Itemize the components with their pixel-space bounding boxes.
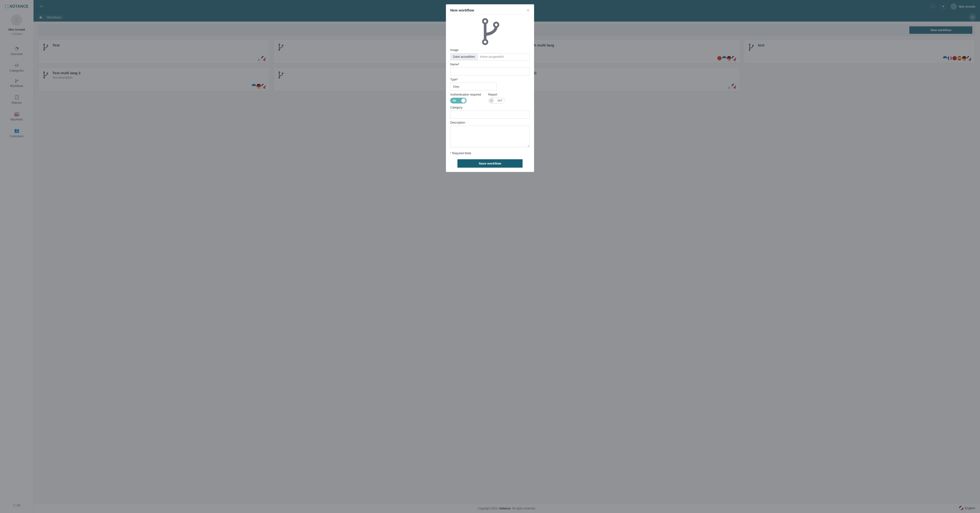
report-toggle[interactable]: OFF bbox=[488, 98, 504, 104]
category-input[interactable] bbox=[450, 111, 530, 119]
category-label: Category bbox=[450, 106, 530, 109]
name-label: Name* bbox=[450, 63, 530, 66]
modal-title: New workflow bbox=[450, 8, 474, 12]
close-icon bbox=[527, 9, 530, 12]
new-workflow-modal: New workflow Image Datei auswählen Keine… bbox=[446, 4, 534, 172]
image-label: Image bbox=[450, 48, 530, 52]
modal-close-button[interactable] bbox=[527, 9, 530, 12]
description-textarea[interactable] bbox=[450, 126, 530, 147]
svg-point-48 bbox=[484, 20, 487, 22]
save-workflow-button[interactable]: Save workflow bbox=[457, 159, 523, 168]
file-input-row: Datei auswählen Keine ausgewählt bbox=[450, 53, 530, 61]
file-status-text: Keine ausgewählt bbox=[477, 53, 530, 60]
name-input[interactable] bbox=[450, 67, 530, 75]
auth-label: Authentication required bbox=[450, 93, 481, 96]
workflow-branch-icon bbox=[450, 17, 530, 46]
required-note: * Required fields bbox=[450, 151, 530, 155]
type-select[interactable]: Step bbox=[450, 83, 496, 91]
type-label: Type* bbox=[450, 78, 530, 81]
auth-toggle[interactable]: ON bbox=[450, 98, 466, 104]
description-label: Description bbox=[450, 121, 530, 124]
svg-point-52 bbox=[484, 41, 487, 43]
file-choose-button[interactable]: Datei auswählen bbox=[450, 53, 477, 60]
svg-point-50 bbox=[495, 24, 498, 26]
report-label: Report bbox=[488, 93, 504, 96]
